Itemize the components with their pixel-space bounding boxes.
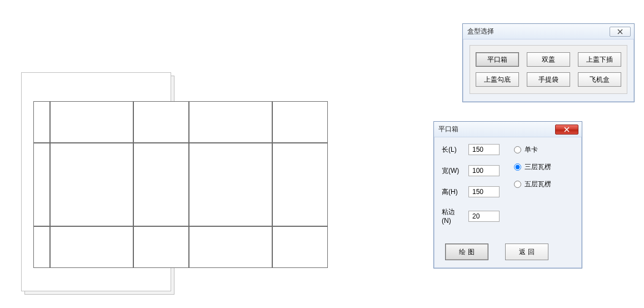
unfold-cell [272, 143, 328, 226]
unfold-cell [33, 226, 50, 268]
material-three-radio[interactable] [514, 163, 521, 171]
close-icon[interactable] [555, 125, 578, 135]
unfold-cell [189, 101, 272, 143]
box-type-button[interactable]: 平口箱 [476, 52, 519, 67]
titlebar[interactable]: 盒型选择 [463, 24, 634, 39]
material-radios: 单卡 三层瓦楞 五层瓦楞 [514, 144, 551, 225]
length-input[interactable] [468, 144, 500, 155]
unfold-cell [272, 226, 328, 268]
box-params-window: 平口箱 长(L) 宽(W) 高(H) 粘边(N) 单卡 [433, 121, 582, 269]
unfold-cell [189, 143, 272, 226]
material-three-label: 三层瓦楞 [525, 162, 551, 172]
material-five-label: 五层瓦楞 [525, 180, 551, 189]
unfold-cell [272, 101, 328, 143]
close-icon[interactable] [610, 27, 631, 37]
material-three[interactable]: 三层瓦楞 [514, 162, 551, 172]
box-type-select-window: 盒型选择 平口箱双盖上盖下插上盖勾底手提袋飞机盒 [462, 23, 635, 102]
unfold-cell [133, 143, 189, 226]
glue-label: 粘边(N) [442, 207, 464, 225]
material-five-radio[interactable] [514, 181, 521, 188]
box-unfold-drawing [17, 72, 383, 295]
height-input[interactable] [468, 186, 500, 197]
width-label: 宽(W) [442, 166, 464, 176]
unfold-cell [50, 101, 133, 143]
length-label: 长(L) [442, 145, 464, 155]
box-type-panel: 平口箱双盖上盖下插上盖勾底手提袋飞机盒 [470, 45, 627, 94]
material-single-radio[interactable] [514, 146, 521, 153]
unfold-cell [50, 143, 133, 226]
material-single-label: 单卡 [525, 145, 538, 155]
unfold-cell [133, 226, 189, 268]
glue-input[interactable] [468, 211, 500, 222]
unfold-cell [50, 226, 133, 268]
window-title: 平口箱 [438, 125, 551, 134]
box-type-button[interactable]: 手提袋 [527, 72, 570, 87]
unfold-cell [189, 226, 272, 268]
material-single[interactable]: 单卡 [514, 145, 551, 155]
material-five[interactable]: 五层瓦楞 [514, 180, 551, 189]
box-type-button[interactable]: 上盖勾底 [476, 72, 519, 87]
height-label: 高(H) [442, 187, 464, 197]
back-button[interactable]: 返 回 [505, 244, 548, 260]
unfold-cell [133, 101, 189, 143]
box-type-button[interactable]: 上盖下插 [578, 52, 621, 67]
unfold-cell [33, 101, 50, 143]
unfold-cell [33, 143, 50, 226]
window-title: 盒型选择 [467, 27, 605, 36]
box-type-button[interactable]: 飞机盒 [578, 72, 621, 87]
width-input[interactable] [468, 165, 500, 176]
box-type-button[interactable]: 双盖 [527, 52, 570, 67]
titlebar[interactable]: 平口箱 [434, 122, 582, 137]
draw-button[interactable]: 绘 图 [445, 244, 488, 260]
